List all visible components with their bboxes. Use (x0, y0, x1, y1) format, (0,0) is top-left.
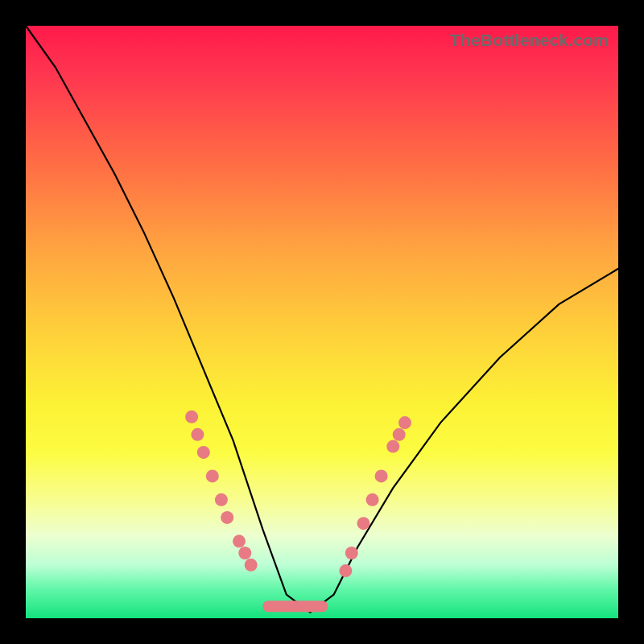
data-marker (339, 564, 352, 577)
trough-bar (262, 601, 328, 612)
data-marker (215, 493, 228, 506)
data-marker (185, 411, 198, 423)
data-marker (233, 535, 246, 547)
data-marker (357, 517, 370, 530)
markers-left-arm (185, 411, 258, 572)
chart-frame: TheBottleneck.com (0, 0, 644, 644)
chart-svg (26, 26, 618, 618)
data-marker (238, 547, 251, 559)
data-marker (191, 428, 204, 441)
data-marker (386, 440, 399, 453)
data-marker (366, 493, 379, 506)
data-marker (206, 469, 219, 482)
data-marker (197, 446, 210, 459)
markers-right-arm (339, 416, 411, 577)
data-marker (221, 511, 233, 524)
plot-area: TheBottleneck.com (26, 26, 618, 618)
bottleneck-curve (26, 26, 618, 613)
data-marker (375, 469, 388, 482)
data-marker (398, 416, 411, 429)
data-marker (245, 559, 258, 572)
data-marker (345, 547, 358, 559)
data-marker (393, 428, 406, 441)
